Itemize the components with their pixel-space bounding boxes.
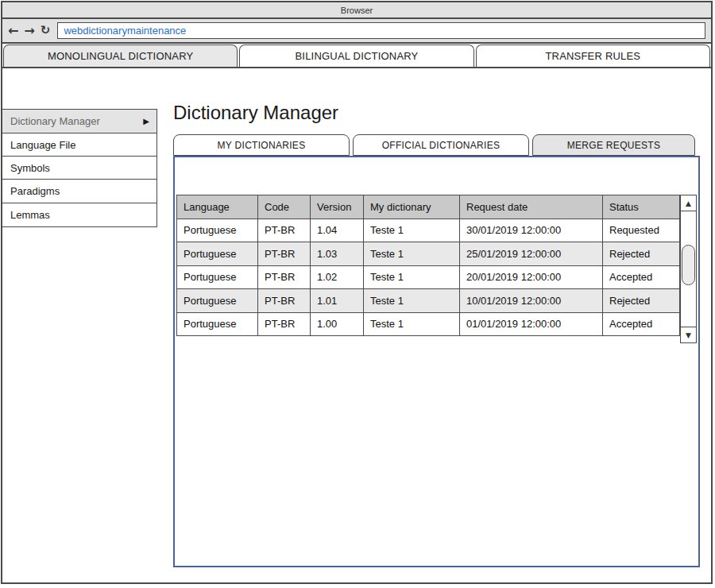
cell-version: 1.01 — [311, 289, 364, 313]
scroll-up-icon[interactable]: ▲ — [681, 195, 696, 211]
sidebar: Dictionary Manager ▶ Language File Symbo… — [2, 110, 157, 227]
url-input[interactable]: webdictionarymaintenance — [57, 22, 705, 39]
cell-language: Portuguese — [177, 289, 258, 313]
cell-my-dictionary: Teste 1 — [364, 289, 460, 313]
browser-window: Browser ← → ↻ webdictionarymaintenance M… — [1, 1, 713, 584]
tab-label: TRANSFER RULES — [545, 50, 640, 62]
cell-code: PT-BR — [258, 265, 311, 289]
back-icon[interactable]: ← — [8, 25, 18, 37]
url-text: webdictionarymaintenance — [64, 25, 186, 37]
column-header-my-dictionary[interactable]: My dictionary — [364, 195, 460, 219]
browser-toolbar: ← → ↻ webdictionarymaintenance — [2, 19, 711, 44]
merge-requests-table: Language Code Version My dictionary Requ… — [176, 195, 680, 336]
cell-request-date: 01/01/2019 12:00:00 — [460, 312, 603, 336]
sidebar-item-lemmas[interactable]: Lemmas — [2, 203, 157, 227]
scroll-down-icon[interactable]: ▼ — [681, 327, 696, 342]
cell-language: Portuguese — [177, 219, 258, 242]
tab-label: BILINGUAL DICTIONARY — [296, 50, 419, 62]
cell-status: Requested — [603, 219, 680, 242]
cell-request-date: 30/01/2019 12:00:00 — [460, 219, 603, 242]
sidebar-item-language-file[interactable]: Language File — [2, 133, 157, 157]
cell-language: Portuguese — [177, 312, 258, 336]
table-header: Language Code Version My dictionary Requ… — [177, 195, 680, 219]
cell-code: PT-BR — [258, 242, 311, 266]
tab-merge-requests[interactable]: MERGE REQUESTS — [532, 134, 695, 156]
cell-my-dictionary: Teste 1 — [364, 312, 460, 336]
cell-version: 1.04 — [311, 219, 364, 242]
cell-my-dictionary: Teste 1 — [364, 265, 460, 289]
cell-version: 1.00 — [311, 312, 364, 336]
tab-label: MONOLINGUAL DICTIONARY — [48, 50, 194, 62]
tab-official-dictionaries[interactable]: OFFICIAL DICTIONARIES — [353, 134, 529, 156]
sidebar-item-dictionary-manager[interactable]: Dictionary Manager ▶ — [2, 109, 157, 133]
cell-code: PT-BR — [258, 312, 311, 336]
table-row[interactable]: Portuguese PT-BR 1.00 Teste 1 01/01/2019… — [177, 312, 680, 336]
table-row[interactable]: Portuguese PT-BR 1.01 Teste 1 10/01/2019… — [177, 289, 680, 313]
cell-request-date: 25/01/2019 12:00:00 — [460, 242, 603, 266]
table-scrollbar[interactable]: ▲ ▼ — [680, 195, 697, 343]
cell-status: Rejected — [603, 289, 680, 313]
cell-request-date: 10/01/2019 12:00:00 — [460, 289, 603, 313]
table-header-row: Language Code Version My dictionary Requ… — [177, 195, 680, 219]
table-row[interactable]: Portuguese PT-BR 1.04 Teste 1 30/01/2019… — [177, 219, 680, 242]
page-title: Dictionary Manager — [173, 102, 338, 124]
column-header-code[interactable]: Code — [258, 195, 311, 219]
cell-status: Rejected — [603, 242, 680, 266]
browser-title: Browser — [341, 6, 373, 15]
cell-version: 1.02 — [311, 265, 364, 289]
main-tab-bar: MONOLINGUAL DICTIONARY BILINGUAL DICTION… — [2, 44, 711, 68]
table-row[interactable]: Portuguese PT-BR 1.03 Teste 1 25/01/2019… — [177, 242, 680, 266]
tab-transfer-rules[interactable]: TRANSFER RULES — [476, 44, 710, 67]
sidebar-item-label: Lemmas — [10, 209, 50, 221]
sidebar-item-label: Paradigms — [10, 185, 60, 197]
cell-status: Accepted — [603, 265, 680, 289]
content-area: Dictionary Manager ▶ Language File Symbo… — [2, 68, 711, 582]
cell-my-dictionary: Teste 1 — [364, 219, 460, 242]
column-header-request-date[interactable]: Request date — [460, 195, 603, 219]
tab-monolingual-dictionary[interactable]: MONOLINGUAL DICTIONARY — [3, 44, 238, 67]
column-header-language[interactable]: Language — [177, 195, 258, 219]
sidebar-item-label: Language File — [10, 139, 75, 151]
sub-tab-bar: MY DICTIONARIES OFFICIAL DICTIONARIES ME… — [173, 134, 700, 156]
cell-my-dictionary: Teste 1 — [364, 242, 460, 266]
sub-tab-label: OFFICIAL DICTIONARIES — [382, 140, 500, 151]
browser-titlebar: Browser — [2, 2, 711, 19]
cell-language: Portuguese — [177, 242, 258, 266]
sub-tab-label: MY DICTIONARIES — [218, 140, 306, 151]
tab-bilingual-dictionary[interactable]: BILINGUAL DICTIONARY — [239, 44, 473, 67]
column-header-status[interactable]: Status — [603, 195, 680, 219]
tab-my-dictionaries[interactable]: MY DICTIONARIES — [173, 134, 350, 156]
refresh-icon[interactable]: ↻ — [41, 25, 51, 37]
cell-status: Accepted — [603, 312, 680, 336]
cell-version: 1.03 — [311, 242, 364, 266]
cell-code: PT-BR — [258, 219, 311, 242]
sidebar-item-label: Dictionary Manager — [10, 115, 100, 127]
table-row[interactable]: Portuguese PT-BR 1.02 Teste 1 20/01/2019… — [177, 265, 680, 289]
scrollbar-thumb[interactable] — [682, 245, 695, 285]
submenu-arrow-icon: ▶ — [143, 117, 149, 126]
cell-language: Portuguese — [177, 265, 258, 289]
cell-request-date: 20/01/2019 12:00:00 — [460, 265, 603, 289]
sidebar-item-symbols[interactable]: Symbols — [2, 156, 157, 180]
sidebar-item-paradigms[interactable]: Paradigms — [2, 179, 157, 203]
merge-requests-panel: Language Code Version My dictionary Requ… — [173, 156, 700, 567]
sub-tab-label: MERGE REQUESTS — [567, 140, 661, 151]
sidebar-item-label: Symbols — [10, 162, 50, 174]
table-body: Portuguese PT-BR 1.04 Teste 1 30/01/2019… — [177, 219, 680, 336]
forward-icon[interactable]: → — [24, 25, 34, 37]
column-header-version[interactable]: Version — [311, 195, 364, 219]
cell-code: PT-BR — [258, 289, 311, 313]
